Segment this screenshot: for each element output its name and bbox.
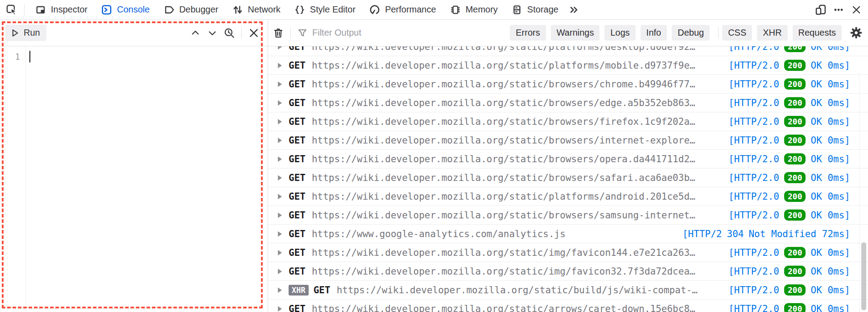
status-protocol: [HTTP/2 [682,229,722,239]
network-log-row[interactable]: GET https://wiki.developer.mozilla.org/s… [268,112,868,131]
tab-inspector[interactable]: Inspector [28,0,94,20]
network-log-row[interactable]: GET https://wiki.developer.mozilla.org/s… [268,206,868,225]
disclosure-triangle-icon[interactable] [278,175,282,181]
status-protocol: [HTTP/2.0 [728,285,779,296]
request-url[interactable]: https://wiki.developer.mozilla.org/stati… [312,247,723,258]
disclosure-triangle-icon[interactable] [278,194,282,199]
disclosure-triangle-icon[interactable] [278,156,282,162]
network-log-row[interactable]: GET https://wiki.developer.mozilla.org/s… [268,300,868,312]
debugger-icon [163,4,175,16]
tab-style-editor[interactable]: Style Editor [287,0,362,20]
request-url[interactable]: https://wiki.developer.mozilla.org/stati… [312,304,723,312]
request-url[interactable]: https://wiki.developer.mozilla.org/stati… [312,60,723,71]
console-filter-toolbar: Errors Warnings Logs Info Debug CSS XHR … [268,20,868,46]
tab-memory[interactable]: Memory [443,0,504,20]
status-text: OK 0ms] [810,98,850,108]
network-log-row[interactable]: GET https://wiki.developer.mozilla.org/s… [268,94,868,112]
filter-debug-button[interactable]: Debug [672,25,710,41]
status-code-badge: 200 [784,303,806,312]
request-url[interactable]: https://wiki.developer.mozilla.org/stati… [312,135,723,146]
disclosure-triangle-icon[interactable] [278,306,282,312]
request-url[interactable]: https://wiki.developer.mozilla.org/stati… [337,285,723,296]
run-button[interactable]: Run [5,25,46,41]
tab-console[interactable]: Console [94,0,156,20]
request-url[interactable]: https://wiki.developer.mozilla.org/stati… [312,46,723,52]
line-number: 1 [15,52,20,62]
editor-code-input[interactable] [26,46,268,312]
network-log-row[interactable]: GET https://www.google-analytics.com/ana… [268,225,868,243]
scrollbar-thumb[interactable] [861,242,866,310]
request-url[interactable]: https://wiki.developer.mozilla.org/stati… [312,98,723,108]
console-output-pane: Errors Warnings Logs Info Debug CSS XHR … [268,20,868,312]
request-status: [HTTP/2.0 200 OK 0ms] [728,172,850,183]
request-url[interactable]: https://wiki.developer.mozilla.org/stati… [312,210,723,221]
disclosure-triangle-icon[interactable] [278,119,282,124]
close-editor-button[interactable] [245,25,262,41]
tab-label: Network [248,4,281,15]
disclosure-triangle-icon[interactable] [278,269,282,274]
tab-debugger[interactable]: Debugger [157,0,225,20]
request-url[interactable]: https://wiki.developer.mozilla.org/stati… [312,191,723,202]
filter-output-input[interactable] [312,28,510,38]
console-settings-button[interactable] [847,25,864,41]
filter-css-button[interactable]: CSS [722,25,752,41]
tab-performance[interactable]: Performance [362,0,443,20]
tab-network[interactable]: Network [225,0,287,20]
disclosure-triangle-icon[interactable] [278,63,282,68]
toolbar-separator [24,4,25,16]
disclosure-triangle-icon[interactable] [278,82,282,87]
request-url[interactable]: https://wiki.developer.mozilla.org/stati… [312,154,723,164]
request-url[interactable]: https://wiki.developer.mozilla.org/stati… [312,79,723,90]
reverse-search-button[interactable] [221,25,238,41]
disclosure-triangle-icon[interactable] [278,46,282,49]
inspector-icon [35,4,46,16]
request-url[interactable]: https://wiki.developer.mozilla.org/stati… [312,266,723,277]
request-url[interactable]: https://www.google-analytics.com/analyti… [312,229,677,239]
gear-icon [850,27,862,39]
request-status: [HTTP/2.0 200 OK 0ms] [728,97,850,108]
disclosure-triangle-icon[interactable] [278,100,282,106]
history-previous-button[interactable] [187,25,204,41]
status-protocol: [HTTP/2.0 [728,191,779,202]
network-log-row[interactable]: GET https://wiki.developer.mozilla.org/s… [268,187,868,206]
network-log-row[interactable]: XHR GET https://wiki.developer.mozilla.o… [268,281,868,300]
network-log-row[interactable]: GET https://wiki.developer.mozilla.org/s… [268,131,868,150]
disclosure-triangle-icon[interactable] [278,250,282,255]
network-log-row[interactable]: GET https://wiki.developer.mozilla.org/s… [268,150,868,168]
filter-logs-button[interactable]: Logs [604,25,635,41]
devtools-menu-button[interactable] [830,2,847,18]
disclosure-triangle-icon[interactable] [278,287,282,293]
tab-storage[interactable]: Storage [504,0,565,20]
filter-xhr-button[interactable]: XHR [757,25,787,41]
disclosure-triangle-icon[interactable] [278,213,282,218]
network-log-row[interactable]: GET https://wiki.developer.mozilla.org/s… [268,46,868,56]
node-picker-button[interactable] [3,2,21,18]
run-label: Run [24,28,40,38]
network-log-row[interactable]: GET https://wiki.developer.mozilla.org/s… [268,168,868,187]
search-history-icon [223,27,235,39]
status-text: OK 0ms] [810,191,850,202]
responsive-design-mode-button[interactable] [812,2,830,18]
status-code-badge: 200 [784,209,806,221]
clear-console-button[interactable] [270,25,287,41]
request-url[interactable]: https://wiki.developer.mozilla.org/stati… [312,116,723,127]
filter-requests-button[interactable]: Requests [793,25,842,41]
filter-info-button[interactable]: Info [641,25,667,41]
network-log-row[interactable]: GET https://wiki.developer.mozilla.org/s… [268,75,868,94]
meatball-menu-icon [833,4,844,16]
filter-errors-button[interactable]: Errors [510,25,546,41]
network-log-row[interactable]: GET https://wiki.developer.mozilla.org/s… [268,262,868,281]
disclosure-triangle-icon[interactable] [278,138,282,143]
status-code-badge: 200 [784,135,806,146]
filter-warnings-button[interactable]: Warnings [551,25,600,41]
disclosure-triangle-icon[interactable] [278,231,282,237]
status-code-badge: 200 [784,247,806,258]
network-log-row[interactable]: GET https://wiki.developer.mozilla.org/s… [268,56,868,75]
network-log-row[interactable]: GET https://wiki.developer.mozilla.org/s… [268,243,868,262]
history-next-button[interactable] [204,25,221,41]
close-devtools-button[interactable] [847,2,865,18]
request-status: [HTTP/2.0 200 OK 0ms] [728,78,850,90]
tabs-overflow-button[interactable] [565,2,583,18]
close-icon [248,27,260,39]
request-url[interactable]: https://wiki.developer.mozilla.org/stati… [312,172,723,183]
